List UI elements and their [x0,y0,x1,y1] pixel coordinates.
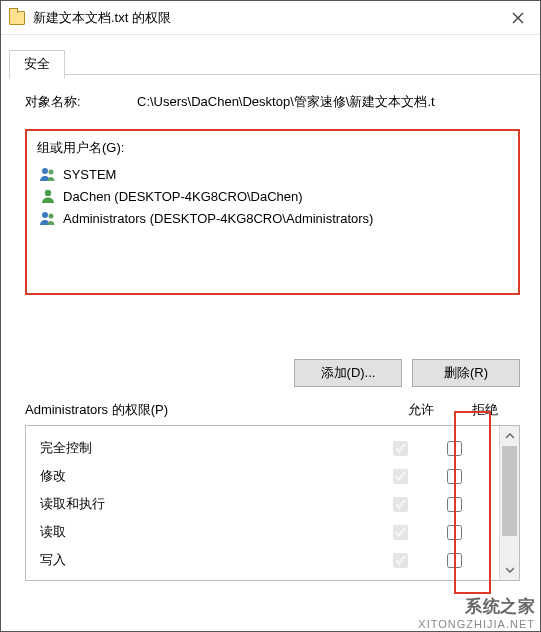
tab-security[interactable]: 安全 [9,50,65,79]
svg-point-1 [49,170,54,175]
svg-point-3 [42,212,48,218]
scroll-track[interactable] [500,446,519,560]
add-button[interactable]: 添加(D)... [294,359,402,387]
svg-point-0 [42,168,48,174]
allow-checkbox[interactable] [393,497,408,512]
watermark: 系统之家 XITONGZHIJIA.NET [418,595,535,630]
permission-row: 写入 [40,546,499,574]
permission-name: 读取 [40,523,371,541]
close-icon [512,12,524,24]
remove-button[interactable]: 删除(R) [412,359,520,387]
column-deny: 拒绝 [450,401,520,419]
dialog-content: 对象名称: C:\Users\DaChen\Desktop\管家速修\新建文本文… [1,75,540,631]
scroll-up-button[interactable] [500,426,519,446]
titlebar: 新建文本文档.txt 的权限 [1,1,540,35]
permission-row: 读取和执行 [40,490,499,518]
chevron-down-icon [506,567,514,573]
folder-icon [9,11,25,25]
principal-buttons: 添加(D)... 删除(R) [25,359,520,387]
principal-name: Administrators (DESKTOP-4KG8CRO\Administ… [63,211,373,226]
users-icon [39,209,57,227]
permission-name: 完全控制 [40,439,371,457]
permission-row: 完全控制 [40,434,499,462]
svg-point-4 [49,214,54,219]
deny-checkbox[interactable] [447,441,462,456]
scroll-thumb[interactable] [502,446,517,536]
user-icon [39,187,57,205]
permission-name: 写入 [40,551,371,569]
window-title: 新建文本文档.txt 的权限 [33,9,496,27]
close-button[interactable] [496,2,540,34]
permission-row: 读取 [40,518,499,546]
watermark-line2: XITONGZHIJIA.NET [418,618,535,630]
scrollbar[interactable] [499,426,519,580]
permissions-list-wrap: 完全控制修改读取和执行读取写入 [25,425,520,581]
deny-checkbox[interactable] [447,469,462,484]
tab-strip: 安全 [9,49,540,75]
watermark-line1: 系统之家 [418,595,535,618]
principals-group: 组或用户名(G): SYSTEMDaChen (DESKTOP-4KG8CRO\… [25,129,520,295]
principal-name: SYSTEM [63,167,116,182]
permission-row: 修改 [40,462,499,490]
allow-checkbox[interactable] [393,553,408,568]
principal-row[interactable]: Administrators (DESKTOP-4KG8CRO\Administ… [37,207,508,229]
object-label: 对象名称: [25,93,137,111]
allow-checkbox[interactable] [393,441,408,456]
permissions-dialog: 新建文本文档.txt 的权限 安全 对象名称: C:\Users\DaChen\… [0,0,541,632]
principal-name: DaChen (DESKTOP-4KG8CRO\DaChen) [63,189,303,204]
permissions-list: 完全控制修改读取和执行读取写入 [26,426,499,580]
svg-point-2 [45,190,51,196]
principals-label: 组或用户名(G): [37,139,508,157]
permissions-header-label: Administrators 的权限(P) [25,401,392,419]
permission-name: 修改 [40,467,371,485]
object-path: C:\Users\DaChen\Desktop\管家速修\新建文本文档.t [137,93,520,111]
deny-checkbox[interactable] [447,553,462,568]
column-allow: 允许 [392,401,450,419]
allow-checkbox[interactable] [393,525,408,540]
allow-checkbox[interactable] [393,469,408,484]
permissions-header: Administrators 的权限(P) 允许 拒绝 [25,401,520,419]
deny-checkbox[interactable] [447,525,462,540]
permission-name: 读取和执行 [40,495,371,513]
principals-list[interactable]: SYSTEMDaChen (DESKTOP-4KG8CRO\DaChen)Adm… [37,163,508,283]
object-row: 对象名称: C:\Users\DaChen\Desktop\管家速修\新建文本文… [25,93,520,111]
scroll-down-button[interactable] [500,560,519,580]
chevron-up-icon [506,433,514,439]
principal-row[interactable]: DaChen (DESKTOP-4KG8CRO\DaChen) [37,185,508,207]
users-icon [39,165,57,183]
principal-row[interactable]: SYSTEM [37,163,508,185]
deny-checkbox[interactable] [447,497,462,512]
